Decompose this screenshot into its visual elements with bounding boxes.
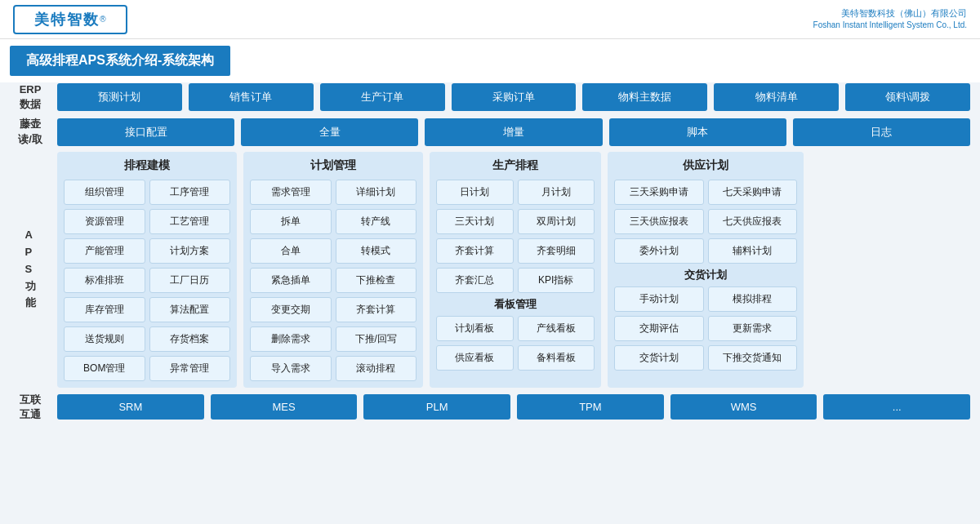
interop-item: SRM bbox=[57, 394, 204, 420]
kanban-cell: 计划看板 bbox=[436, 316, 514, 341]
company-line1: 美特智数科技（佛山）有限公司 bbox=[813, 7, 967, 20]
supply-title: 供应计划 bbox=[614, 158, 797, 173]
interop-item: PLM bbox=[363, 394, 510, 420]
planning-cell: 需求管理 bbox=[250, 180, 332, 205]
production-sched-cell: 齐套汇总 bbox=[436, 268, 514, 293]
erp-content: 预测计划销售订单生产订单采购订单物料主数据物料清单领料\调拨 bbox=[57, 83, 970, 111]
delivery-cell: 手动计划 bbox=[614, 286, 704, 312]
erp-item: 物料主数据 bbox=[582, 83, 707, 111]
header: 美特智数 ® 美特智数科技（佛山）有限公司 Foshan Instant Int… bbox=[0, 0, 980, 39]
planning-cell: 下推/回写 bbox=[336, 326, 417, 352]
scheduling-cell: 送货规则 bbox=[64, 326, 145, 352]
erp-label: ERP 数据 bbox=[10, 82, 51, 112]
scheduling-module: 排程建模 组织管理工序管理资源管理工艺管理产能管理计划方案标准排班工厂日历库存管… bbox=[57, 152, 237, 388]
scheduling-cell: 产能管理 bbox=[64, 238, 145, 264]
interop-item: ... bbox=[823, 394, 970, 420]
scheduling-cell: 标准排班 bbox=[64, 268, 145, 293]
page-title: 高级排程APS系统介绍-系统架构 bbox=[10, 46, 230, 76]
delivery-title: 交货计划 bbox=[614, 268, 797, 282]
planning-cell: 紧急插单 bbox=[250, 268, 332, 293]
delivery-grid: 手动计划模拟排程交期评估更新需求交货计划下推交货通知 bbox=[614, 286, 797, 371]
planning-cell: 齐套计算 bbox=[336, 297, 417, 322]
aps-section: A P S 功 能 排程建模 组织管理工序管理资源管理工艺管理产能管理计划方案标… bbox=[10, 152, 970, 388]
supply-module: 供应计划 三天采购申请七天采购申请三天供应报表七天供应报表委外计划辅料计划 交货… bbox=[608, 152, 804, 388]
fujiu-item: 全量 bbox=[241, 118, 418, 146]
planning-cell: 转产线 bbox=[336, 209, 417, 234]
production-module: 生产排程 日计划月计划三天计划双周计划齐套计算齐套明细齐套汇总KPI指标 看板管… bbox=[430, 152, 601, 388]
supply-cell: 辅料计划 bbox=[708, 238, 798, 264]
supply-cell: 七天采购申请 bbox=[708, 180, 798, 205]
erp-item: 物料清单 bbox=[714, 83, 839, 111]
planning-cell: 删除需求 bbox=[250, 326, 332, 352]
erp-item: 预测计划 bbox=[57, 83, 182, 111]
fujiu-item: 增量 bbox=[425, 118, 602, 146]
erp-row: ERP 数据 预测计划销售订单生产订单采购订单物料主数据物料清单领料\调拨 bbox=[10, 82, 970, 112]
production-sched-cell: 双周计划 bbox=[518, 209, 595, 234]
logo-text: 美特智数 bbox=[34, 10, 100, 29]
supply-cell: 委外计划 bbox=[614, 238, 704, 264]
production-title: 生产排程 bbox=[436, 158, 595, 173]
scheduling-cell: 计划方案 bbox=[149, 238, 231, 264]
logo-box: 美特智数 ® bbox=[13, 5, 127, 34]
erp-item: 销售订单 bbox=[189, 83, 314, 111]
production-sched-cell: 三天计划 bbox=[436, 209, 514, 234]
planning-cell: 变更交期 bbox=[250, 297, 332, 322]
erp-item: 采购订单 bbox=[452, 83, 577, 111]
production-sched-cell: 齐套明细 bbox=[518, 238, 595, 264]
supply-grid: 三天采购申请七天采购申请三天供应报表七天供应报表委外计划辅料计划 bbox=[614, 180, 797, 264]
scheduling-cell: 组织管理 bbox=[64, 180, 145, 205]
kanban-cell: 备料看板 bbox=[518, 345, 595, 371]
planning-cell: 滚动排程 bbox=[336, 356, 417, 381]
scheduling-cell: 工艺管理 bbox=[149, 209, 231, 234]
production-sched-cell: KPI指标 bbox=[518, 268, 595, 293]
scheduling-title: 排程建模 bbox=[64, 158, 230, 173]
planning-cell: 转模式 bbox=[336, 238, 417, 264]
logo-reg: ® bbox=[100, 15, 105, 24]
erp-item: 领料\调拨 bbox=[845, 83, 970, 111]
main-content: ERP 数据 预测计划销售订单生产订单采购订单物料主数据物料清单领料\调拨 藤壶… bbox=[0, 82, 980, 433]
delivery-cell: 更新需求 bbox=[708, 316, 798, 341]
fujiu-item: 脚本 bbox=[609, 118, 786, 146]
interop-item: MES bbox=[211, 394, 358, 420]
production-sched-cell: 月计划 bbox=[518, 180, 595, 205]
interop-label: 互联 互通 bbox=[10, 393, 51, 422]
kanban-cell: 产线看板 bbox=[518, 316, 595, 341]
erp-item: 生产订单 bbox=[320, 83, 445, 111]
scheduling-cell: 算法配置 bbox=[149, 297, 231, 322]
production-sched-cell: 齐套计算 bbox=[436, 238, 514, 264]
scheduling-cell: 异常管理 bbox=[149, 356, 231, 381]
company-name: 美特智数科技（佛山）有限公司 Foshan Instant Intelligen… bbox=[813, 7, 967, 31]
scheduling-cell: 资源管理 bbox=[64, 209, 145, 234]
delivery-cell: 下推交货通知 bbox=[708, 345, 798, 371]
scheduling-cell: 库存管理 bbox=[64, 297, 145, 322]
delivery-cell: 模拟排程 bbox=[708, 286, 798, 312]
planning-module: 计划管理 需求管理详细计划拆单转产线合单转模式紧急插单下推检查变更交期齐套计算删… bbox=[243, 152, 423, 388]
company-line2: Foshan Instant Intelligent System Co., L… bbox=[813, 20, 967, 31]
aps-label: A P S 功 能 bbox=[10, 152, 51, 388]
planning-cell: 下推检查 bbox=[336, 268, 417, 293]
fujiu-item: 接口配置 bbox=[57, 118, 234, 146]
logo-area: 美特智数 ® bbox=[13, 5, 127, 34]
scheduling-cell: 工厂日历 bbox=[149, 268, 231, 293]
fujiu-item: 日志 bbox=[793, 118, 970, 146]
scheduling-cell: 存货档案 bbox=[149, 326, 231, 352]
kanban-grid: 计划看板产线看板供应看板备料看板 bbox=[436, 316, 595, 371]
interop-item: WMS bbox=[670, 394, 817, 420]
planning-cell: 导入需求 bbox=[250, 356, 332, 381]
scheduling-cell: BOM管理 bbox=[64, 356, 145, 381]
planning-cell: 详细计划 bbox=[336, 180, 417, 205]
planning-cell: 合单 bbox=[250, 238, 332, 264]
fujiu-content: 接口配置全量增量脚本日志 bbox=[57, 118, 970, 146]
planning-title: 计划管理 bbox=[250, 158, 416, 173]
planning-grid: 需求管理详细计划拆单转产线合单转模式紧急插单下推检查变更交期齐套计算删除需求下推… bbox=[250, 180, 416, 381]
interop-content: SRMMESPLMTPMWMS... bbox=[57, 394, 970, 420]
fujiu-row: 藤壶 读/取 接口配置全量增量脚本日志 bbox=[10, 117, 970, 146]
delivery-cell: 交期评估 bbox=[614, 316, 704, 341]
interop-item: TPM bbox=[517, 394, 664, 420]
kanban-title: 看板管理 bbox=[436, 297, 595, 312]
delivery-cell: 交货计划 bbox=[614, 345, 704, 371]
supply-cell: 三天采购申请 bbox=[614, 180, 704, 205]
kanban-cell: 供应看板 bbox=[436, 345, 514, 371]
interop-row: 互联 互通 SRMMESPLMTPMWMS... bbox=[10, 393, 970, 422]
scheduling-cell: 工序管理 bbox=[149, 180, 231, 205]
